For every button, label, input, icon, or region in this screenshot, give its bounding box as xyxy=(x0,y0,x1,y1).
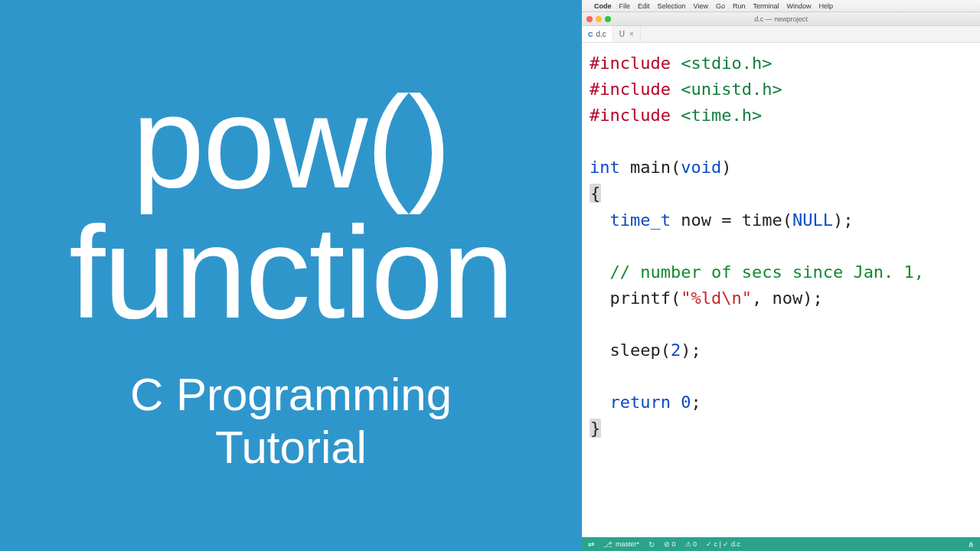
sync-icon: ↻ xyxy=(648,540,655,549)
tok-void: void xyxy=(681,158,721,177)
tok-printf: printf xyxy=(610,289,671,308)
status-right[interactable]: ⋔ xyxy=(968,540,974,549)
tok-null: NULL xyxy=(792,210,833,230)
close-brace: } xyxy=(590,419,601,438)
tok-include: #include xyxy=(590,54,671,73)
slide-title: pow() function xyxy=(69,77,512,337)
tok-header-unistd: <unistd.h> xyxy=(681,80,782,99)
remote-icon: ⇄ xyxy=(588,540,594,549)
tok-comment: // number of secs since Jan. 1, xyxy=(610,262,925,282)
tok-return-val: 0 xyxy=(681,393,691,412)
problems-warnings[interactable]: ⚠ 0 xyxy=(685,540,697,548)
feedback-icon: ⋔ xyxy=(968,540,974,549)
window-title: d.c — newproject xyxy=(582,15,980,23)
tok-return: return xyxy=(610,393,671,412)
menu-view[interactable]: View xyxy=(694,2,708,10)
tab-filename: d.c xyxy=(596,30,606,38)
tok-header-time: <time.h> xyxy=(681,106,762,125)
menu-terminal[interactable]: Terminal xyxy=(753,2,779,10)
errors-count: ⊘ 0 xyxy=(664,540,676,548)
menu-help[interactable]: Help xyxy=(818,2,833,10)
tok-sleep-tail: ); xyxy=(681,341,701,360)
tok-printf-rest: , now); xyxy=(752,289,823,308)
code-editor[interactable]: #include <stdio.h> #include <unistd.h> #… xyxy=(582,43,980,537)
menu-go[interactable]: Go xyxy=(716,2,725,10)
branch-icon: ⎇ xyxy=(603,540,612,549)
sync-button[interactable]: ↻ xyxy=(648,540,655,549)
remote-indicator[interactable]: ⇄ xyxy=(588,540,594,549)
tok-include: #include xyxy=(590,80,671,99)
language-badge-icon: C xyxy=(588,31,593,38)
tok-printf-open: ( xyxy=(671,289,681,308)
close-tab-icon[interactable]: × xyxy=(629,30,634,38)
menu-file[interactable]: File xyxy=(619,2,631,10)
problems-errors[interactable]: ⊘ 0 xyxy=(664,540,676,548)
open-brace: { xyxy=(590,184,601,203)
tok-header-stdio: <stdio.h> xyxy=(681,54,772,73)
mac-menubar[interactable]: Code File Edit Selection View Go Run Ter… xyxy=(582,0,980,12)
menu-window[interactable]: Window xyxy=(786,2,811,10)
tok-timet: time_t xyxy=(610,210,671,230)
tok-int: int xyxy=(590,158,620,177)
tab-dirty-indicator: U xyxy=(619,30,625,38)
tok-format-string: "%ld\n" xyxy=(681,289,752,308)
editor-window: Code File Edit Selection View Go Run Ter… xyxy=(582,0,980,551)
build-text: ✓ c | ✓ d.c xyxy=(706,540,740,548)
tok-now-decl: now = time( xyxy=(671,210,792,230)
menu-selection[interactable]: Selection xyxy=(658,2,686,10)
slide-panel: pow() function C Programming Tutorial xyxy=(0,0,582,551)
window-titlebar[interactable]: d.c — newproject xyxy=(582,12,980,26)
git-branch[interactable]: ⎇ master* xyxy=(603,540,639,549)
slide-title-line1: pow() xyxy=(132,70,449,215)
slide-title-line2: function xyxy=(69,200,512,345)
slide-subtitle: C Programming Tutorial xyxy=(130,368,452,474)
tok-return-tail: ; xyxy=(691,393,701,412)
tab-secondary[interactable]: U × xyxy=(613,26,641,42)
app-name[interactable]: Code xyxy=(594,2,612,10)
editor-tabbar: C d.c U × xyxy=(582,26,980,43)
tok-sleep: sleep( xyxy=(610,341,671,360)
branch-name: master* xyxy=(616,540,639,548)
warnings-count: ⚠ 0 xyxy=(685,540,697,548)
slide-subtitle-line1: C Programming xyxy=(130,369,452,420)
menu-edit[interactable]: Edit xyxy=(638,2,650,10)
tok-main: main xyxy=(620,158,671,177)
slide-subtitle-line2: Tutorial xyxy=(215,422,367,473)
tok-include: #include xyxy=(590,106,671,125)
build-status[interactable]: ✓ c | ✓ d.c xyxy=(706,540,740,548)
menu-run[interactable]: Run xyxy=(733,2,746,10)
tab-dc[interactable]: C d.c xyxy=(582,26,613,42)
tok-decl-tail: ); xyxy=(833,210,854,230)
statusbar: ⇄ ⎇ master* ↻ ⊘ 0 ⚠ 0 ✓ c | ✓ d.c ⋔ xyxy=(582,537,980,551)
tok-sleep-arg: 2 xyxy=(671,341,681,360)
